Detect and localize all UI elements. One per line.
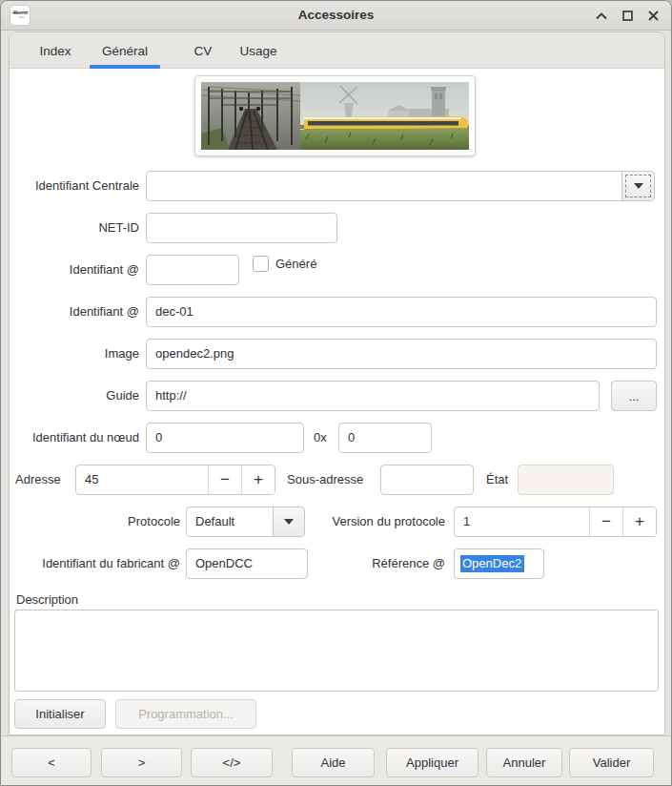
annuler-button[interactable]: Annuler — [486, 748, 562, 777]
image-label: Image — [14, 344, 139, 363]
tab-cv[interactable]: CV — [177, 32, 229, 69]
active-tab-indicator — [90, 65, 160, 69]
appliquer-button[interactable]: Appliquer — [386, 748, 479, 777]
identifiant-centrale-label: Identifiant Centrale — [14, 176, 139, 196]
prev-button[interactable]: < — [11, 748, 92, 777]
tab-usage[interactable]: Usage — [229, 32, 288, 69]
sous-adresse-label: Sous-adresse — [287, 470, 373, 489]
protocole-label: Protocole — [96, 512, 180, 531]
train-photo — [201, 82, 469, 150]
adresse-increment-button[interactable]: + — [241, 465, 275, 494]
dialog-footer: < > </> Aide Appliquer Annuler Valider — [2, 735, 672, 786]
reference-label: Référence @ — [363, 554, 445, 573]
identifiant-centrale-input[interactable] — [146, 171, 622, 201]
guide-label: Guide — [14, 386, 139, 405]
identifiant-label: Identifiant @ — [14, 302, 139, 321]
accessory-image-preview — [194, 75, 476, 156]
next-button[interactable]: > — [101, 748, 182, 777]
tab-bar: Index Général CV Usage — [10, 32, 664, 69]
node-hex-label: 0x — [314, 428, 335, 447]
genere-checkbox[interactable] — [253, 256, 269, 272]
identifiant-short-input[interactable] — [146, 255, 239, 285]
version-increment-button[interactable]: + — [622, 507, 656, 536]
identifiant-centrale-dropdown-button[interactable] — [621, 171, 655, 201]
adresse-input[interactable]: 45 — [76, 465, 208, 494]
protocole-select[interactable]: Default — [186, 507, 274, 537]
guide-browse-button[interactable]: ... — [611, 381, 657, 411]
genere-label: Généré — [275, 255, 333, 274]
valider-button[interactable]: Valider — [569, 748, 654, 777]
etat-input — [518, 465, 614, 495]
sous-adresse-input[interactable] — [380, 465, 474, 495]
etat-label: État — [486, 470, 513, 489]
selected-text: OpenDec2 — [460, 555, 524, 572]
description-textarea[interactable] — [14, 610, 659, 692]
protocole-dropdown-button[interactable] — [273, 507, 305, 537]
initialiser-button[interactable]: Initialiser — [14, 699, 106, 729]
titlebar[interactable]: R ocrail Accessoires — [1, 1, 671, 31]
tab-index[interactable]: Index — [27, 32, 84, 69]
window-controls — [595, 1, 660, 31]
maximize-icon[interactable] — [621, 10, 634, 23]
chevron-down-icon — [284, 519, 294, 525]
aide-button[interactable]: Aide — [292, 748, 375, 777]
close-icon[interactable] — [646, 10, 660, 23]
version-decrement-button[interactable]: − — [589, 507, 622, 536]
chevron-down-icon — [634, 183, 643, 189]
fabricant-input[interactable]: OpenDCC — [186, 548, 308, 579]
reference-input[interactable]: OpenDec2 — [454, 548, 544, 579]
version-label: Version du protocole — [316, 512, 445, 531]
xml-button[interactable]: </> — [191, 748, 273, 777]
minimize-icon[interactable] — [595, 10, 608, 23]
description-label: Description — [16, 590, 131, 610]
node-hex-input[interactable]: 0 — [338, 423, 432, 453]
accessoires-dialog: R ocrail Accessoires Index Général CV Us — [0, 0, 672, 786]
guide-input[interactable]: http:// — [146, 381, 600, 411]
node-id-input[interactable]: 0 — [146, 423, 304, 453]
adresse-spinner: 45 − + — [75, 465, 275, 495]
net-id-input[interactable] — [146, 213, 337, 243]
node-id-label: Identifiant du nœud — [10, 428, 139, 447]
identifiant-input[interactable]: dec-01 — [146, 297, 657, 327]
window-title: Accessoires — [1, 8, 671, 22]
tab-general[interactable]: Général — [93, 32, 156, 69]
identifiant-short-label: Identifiant @ — [14, 260, 139, 279]
version-input[interactable]: 1 — [455, 507, 589, 536]
image-input[interactable]: opendec2.png — [146, 339, 657, 369]
fabricant-label: Identifiant du fabricant @ — [14, 554, 180, 573]
adresse-decrement-button[interactable]: − — [208, 465, 241, 494]
version-spinner: 1 − + — [454, 507, 657, 537]
net-id-label: NET-ID — [14, 218, 139, 238]
adresse-label: Adresse — [15, 470, 71, 489]
programmation-button: Programmation... — [115, 699, 256, 729]
